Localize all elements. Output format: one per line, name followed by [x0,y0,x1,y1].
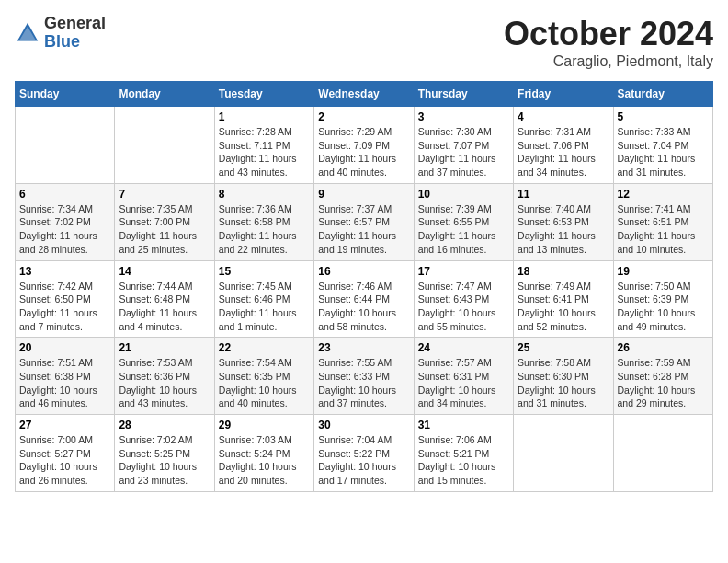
day-number: 5 [618,110,709,123]
day-number: 9 [318,188,409,201]
calendar-day-cell: 2Sunrise: 7:29 AM Sunset: 7:09 PM Daylig… [314,107,414,184]
logo-icon [15,20,40,46]
page-header: General Blue October 2024 Caraglio, Pied… [15,15,713,70]
day-info: Sunrise: 7:49 AM Sunset: 6:41 PM Dayligh… [518,280,609,334]
day-number: 18 [518,265,609,278]
day-number: 26 [618,341,709,354]
calendar-day-cell: 17Sunrise: 7:47 AM Sunset: 6:43 PM Dayli… [414,260,513,338]
day-info: Sunrise: 7:54 AM Sunset: 6:35 PM Dayligh… [219,356,310,410]
calendar-day-cell: 4Sunrise: 7:31 AM Sunset: 7:06 PM Daylig… [514,107,613,184]
day-info: Sunrise: 7:37 AM Sunset: 6:57 PM Dayligh… [318,202,409,257]
calendar-day-cell: 25Sunrise: 7:58 AM Sunset: 6:30 PM Dayli… [514,338,613,415]
calendar-day-cell: 29Sunrise: 7:03 AM Sunset: 5:24 PM Dayli… [214,415,313,492]
day-info: Sunrise: 7:57 AM Sunset: 6:31 PM Dayligh… [418,356,509,410]
day-number: 22 [219,341,310,354]
calendar-day-cell [115,107,214,184]
day-number: 23 [318,341,409,354]
calendar-day-cell: 27Sunrise: 7:00 AM Sunset: 5:27 PM Dayli… [16,415,115,492]
day-info: Sunrise: 7:46 AM Sunset: 6:44 PM Dayligh… [318,280,409,334]
calendar-day-cell: 20Sunrise: 7:51 AM Sunset: 6:38 PM Dayli… [16,338,115,415]
day-info: Sunrise: 7:42 AM Sunset: 6:50 PM Dayligh… [19,280,110,334]
day-number: 21 [119,341,210,354]
day-of-week-header: Sunday [16,82,115,107]
day-number: 31 [418,419,509,431]
day-info: Sunrise: 7:28 AM Sunset: 7:11 PM Dayligh… [219,125,310,179]
day-number: 19 [618,265,709,278]
day-info: Sunrise: 7:41 AM Sunset: 6:51 PM Dayligh… [618,202,709,257]
calendar-day-cell: 5Sunrise: 7:33 AM Sunset: 7:04 PM Daylig… [613,107,712,184]
day-info: Sunrise: 7:58 AM Sunset: 6:30 PM Dayligh… [518,356,609,410]
calendar-day-cell: 7Sunrise: 7:35 AM Sunset: 7:00 PM Daylig… [115,183,214,260]
calendar-day-cell: 30Sunrise: 7:04 AM Sunset: 5:22 PM Dayli… [314,415,414,492]
day-info: Sunrise: 7:06 AM Sunset: 5:21 PM Dayligh… [418,433,509,488]
day-info: Sunrise: 7:03 AM Sunset: 5:24 PM Dayligh… [219,433,310,488]
day-info: Sunrise: 7:00 AM Sunset: 5:27 PM Dayligh… [19,433,110,488]
day-info: Sunrise: 7:59 AM Sunset: 6:28 PM Dayligh… [618,356,709,410]
location: Caraglio, Piedmont, Italy [504,53,713,70]
day-number: 27 [19,419,110,431]
title-area: October 2024 Caraglio, Piedmont, Italy [504,15,713,70]
day-number: 12 [618,188,709,201]
calendar-header-row: SundayMondayTuesdayWednesdayThursdayFrid… [16,82,713,107]
day-info: Sunrise: 7:53 AM Sunset: 6:36 PM Dayligh… [119,356,210,410]
calendar-day-cell: 28Sunrise: 7:02 AM Sunset: 5:25 PM Dayli… [115,415,214,492]
day-info: Sunrise: 7:31 AM Sunset: 7:06 PM Dayligh… [518,125,609,179]
calendar-day-cell: 24Sunrise: 7:57 AM Sunset: 6:31 PM Dayli… [414,338,513,415]
day-of-week-header: Monday [115,82,214,107]
day-of-week-header: Wednesday [314,82,414,107]
day-info: Sunrise: 7:44 AM Sunset: 6:48 PM Dayligh… [119,280,210,334]
calendar-table: SundayMondayTuesdayWednesdayThursdayFrid… [15,81,713,492]
day-info: Sunrise: 7:34 AM Sunset: 7:02 PM Dayligh… [19,202,110,257]
logo-blue-text: Blue [44,33,106,52]
month-title: October 2024 [504,15,713,53]
day-number: 15 [219,265,310,278]
day-of-week-header: Saturday [613,82,712,107]
calendar-day-cell: 3Sunrise: 7:30 AM Sunset: 7:07 PM Daylig… [414,107,513,184]
day-number: 2 [318,110,409,123]
day-info: Sunrise: 7:45 AM Sunset: 6:46 PM Dayligh… [219,280,310,334]
day-number: 11 [518,188,609,201]
day-number: 14 [119,265,210,278]
day-info: Sunrise: 7:40 AM Sunset: 6:53 PM Dayligh… [518,202,609,257]
calendar-day-cell: 9Sunrise: 7:37 AM Sunset: 6:57 PM Daylig… [314,183,414,260]
day-info: Sunrise: 7:47 AM Sunset: 6:43 PM Dayligh… [418,280,509,334]
calendar-body: 1Sunrise: 7:28 AM Sunset: 7:11 PM Daylig… [16,107,713,492]
day-info: Sunrise: 7:30 AM Sunset: 7:07 PM Dayligh… [418,125,509,179]
calendar-day-cell: 22Sunrise: 7:54 AM Sunset: 6:35 PM Dayli… [214,338,313,415]
calendar-day-cell: 26Sunrise: 7:59 AM Sunset: 6:28 PM Dayli… [613,338,712,415]
calendar-week-row: 27Sunrise: 7:00 AM Sunset: 5:27 PM Dayli… [16,415,713,492]
calendar-day-cell [514,415,613,492]
day-number: 3 [418,110,509,123]
day-number: 4 [518,110,609,123]
day-of-week-header: Tuesday [214,82,313,107]
calendar-day-cell: 13Sunrise: 7:42 AM Sunset: 6:50 PM Dayli… [16,260,115,338]
day-number: 1 [219,110,310,123]
day-number: 10 [418,188,509,201]
logo: General Blue [15,15,106,52]
calendar-day-cell [613,415,712,492]
day-info: Sunrise: 7:39 AM Sunset: 6:55 PM Dayligh… [418,202,509,257]
calendar-day-cell: 18Sunrise: 7:49 AM Sunset: 6:41 PM Dayli… [514,260,613,338]
calendar-day-cell: 23Sunrise: 7:55 AM Sunset: 6:33 PM Dayli… [314,338,414,415]
day-number: 13 [19,265,110,278]
calendar-day-cell: 15Sunrise: 7:45 AM Sunset: 6:46 PM Dayli… [214,260,313,338]
day-info: Sunrise: 7:51 AM Sunset: 6:38 PM Dayligh… [19,356,110,410]
day-number: 30 [318,419,409,431]
day-number: 8 [219,188,310,201]
day-info: Sunrise: 7:02 AM Sunset: 5:25 PM Dayligh… [119,433,210,488]
calendar-day-cell: 12Sunrise: 7:41 AM Sunset: 6:51 PM Dayli… [613,183,712,260]
calendar-week-row: 6Sunrise: 7:34 AM Sunset: 7:02 PM Daylig… [16,183,713,260]
day-of-week-header: Friday [514,82,613,107]
day-number: 29 [219,419,310,431]
logo-general-text: General [44,15,106,33]
day-number: 25 [518,341,609,354]
calendar-day-cell: 19Sunrise: 7:50 AM Sunset: 6:39 PM Dayli… [613,260,712,338]
day-info: Sunrise: 7:04 AM Sunset: 5:22 PM Dayligh… [318,433,409,488]
calendar-week-row: 1Sunrise: 7:28 AM Sunset: 7:11 PM Daylig… [16,107,713,184]
day-info: Sunrise: 7:33 AM Sunset: 7:04 PM Dayligh… [618,125,709,179]
day-info: Sunrise: 7:36 AM Sunset: 6:58 PM Dayligh… [219,202,310,257]
calendar-day-cell: 11Sunrise: 7:40 AM Sunset: 6:53 PM Dayli… [514,183,613,260]
day-number: 24 [418,341,509,354]
day-info: Sunrise: 7:29 AM Sunset: 7:09 PM Dayligh… [318,125,409,179]
calendar-day-cell: 1Sunrise: 7:28 AM Sunset: 7:11 PM Daylig… [214,107,313,184]
